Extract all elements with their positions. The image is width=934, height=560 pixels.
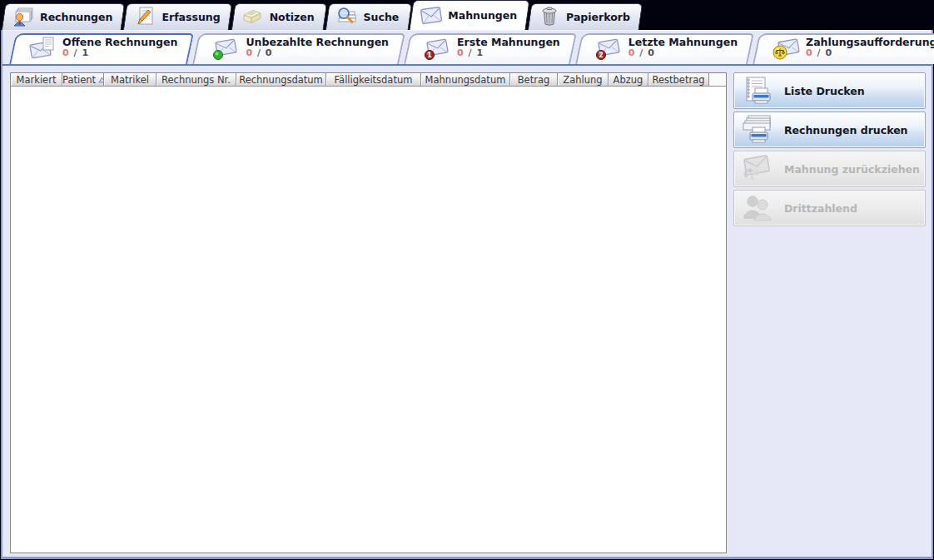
svg-text:2: 2 <box>599 52 604 59</box>
column-header-patient[interactable]: Patient <box>62 73 104 87</box>
column-header-betrag[interactable]: Betrag <box>510 73 558 87</box>
subtab-counts: 0 / 0 <box>806 48 934 59</box>
notes-icon <box>241 6 264 27</box>
count-selected: 0 <box>628 47 636 58</box>
action-label: Drittzahlend <box>784 202 857 215</box>
app-window: Rechnungen Erfassung <box>0 0 934 560</box>
column-header-filler <box>709 73 726 87</box>
mahnungen-sub-tab-bar: Offene Rechnungen 0 / 1 <box>2 30 932 64</box>
main-panel: Offene Rechnungen 0 / 1 <box>1 30 933 559</box>
tab-erfassung[interactable]: Erfassung <box>125 3 231 30</box>
count-total: 0 <box>648 47 655 58</box>
open-invoice-envelope-icon <box>29 36 56 61</box>
tab-label: Erfassung <box>161 11 220 23</box>
count-separator: / <box>74 47 78 58</box>
tab-label: Rechnungen <box>40 11 112 23</box>
tab-label: Suche <box>364 11 400 23</box>
tab-notizen[interactable]: Notizen <box>233 3 325 30</box>
subtab-label: Unbezahlte Rechnungen <box>246 37 389 48</box>
subtab-counts: 0 / 1 <box>62 48 177 59</box>
subtab-zahlungsaufforderungen[interactable]: Zahlungsaufforderungen 0 / 0 <box>756 33 934 64</box>
tab-rechnungen[interactable]: Rechnungen <box>3 3 123 30</box>
main-tab-bar: Rechnungen Erfassung <box>0 0 934 30</box>
tab-label: Papierkorb <box>566 11 630 23</box>
count-selected: 0 <box>246 47 253 58</box>
table-header-row: Markiert Patient Matrikel Rechnungs Nr. … <box>11 73 726 87</box>
count-separator: / <box>469 47 473 58</box>
count-total: 0 <box>825 47 832 58</box>
subtab-unbezahlte-rechnungen[interactable]: Unbezahlte Rechnungen 0 / 0 <box>196 33 402 64</box>
rechnungen-drucken-button[interactable]: Rechnungen drucken <box>733 112 926 148</box>
last-reminder-envelope-icon: 2 <box>595 36 622 61</box>
subtab-counts: 0 / 0 <box>246 48 389 59</box>
print-invoices-icon <box>739 114 778 146</box>
drittzahlend-button: Drittzahlend <box>733 190 926 226</box>
tab-suche[interactable]: Suche <box>327 3 410 30</box>
offene-rechnungen-panel: Markiert Patient Matrikel Rechnungs Nr. … <box>2 64 932 557</box>
action-label: Rechnungen drucken <box>784 124 908 136</box>
subtab-counts: 0 / 0 <box>628 48 738 59</box>
pencil-document-icon <box>133 6 156 27</box>
action-label: Liste Drucken <box>784 85 865 97</box>
svg-text:1: 1 <box>427 52 432 59</box>
column-header-matrikel[interactable]: Matrikel <box>104 73 156 87</box>
subtab-label: Zahlungsaufforderungen <box>806 37 934 48</box>
count-total: 1 <box>82 47 89 58</box>
column-header-rechnungsdatum[interactable]: Rechnungsdatum <box>236 73 326 87</box>
column-header-restbetrag[interactable]: Restbetrag <box>648 73 709 87</box>
subtab-counts: 0 / 1 <box>457 48 560 59</box>
search-stack-icon <box>335 6 358 27</box>
action-label: Mahnung zurückziehen <box>784 163 920 176</box>
column-header-rechnungs-nr[interactable]: Rechnungs Nr. <box>156 73 236 87</box>
count-separator: / <box>639 47 643 58</box>
subtab-label: Erste Mahnungen <box>457 37 560 48</box>
first-reminder-envelope-icon: 1 <box>424 36 450 61</box>
sort-ascending-icon <box>98 77 103 83</box>
third-party-payer-icon <box>739 192 778 224</box>
column-header-mahnungsdatum[interactable]: Mahnungsdatum <box>421 73 510 87</box>
column-header-abzug[interactable]: Abzug <box>609 73 648 87</box>
tab-papierkorb[interactable]: Papierkorb <box>529 3 641 30</box>
tab-label: Notizen <box>270 11 315 23</box>
subtab-erste-mahnungen[interactable]: 1 Erste Mahnungen 0 / 1 <box>407 33 574 64</box>
column-header-zahlung[interactable]: Zahlung <box>558 73 609 87</box>
count-selected: 0 <box>806 47 813 58</box>
invoices-table: Markiert Patient Matrikel Rechnungs Nr. … <box>10 72 727 553</box>
count-total: 1 <box>476 47 484 58</box>
subtab-offene-rechnungen[interactable]: Offene Rechnungen 0 / 1 <box>12 33 191 64</box>
withdraw-reminder-icon <box>739 153 778 185</box>
subtab-label: Offene Rechnungen <box>62 37 177 48</box>
invoices-person-icon <box>12 6 34 27</box>
print-list-icon <box>739 75 778 107</box>
count-total: 0 <box>266 47 273 58</box>
table-body-empty <box>11 87 726 553</box>
unpaid-envelope-icon <box>212 36 239 61</box>
liste-drucken-button[interactable]: Liste Drucken <box>733 72 926 109</box>
tab-label: Mahnungen <box>448 9 517 22</box>
mahnung-zurueckziehen-button: Mahnung zurückziehen <box>733 151 926 187</box>
column-header-faelligkeitsdatum[interactable]: Fälligkeitsdatum <box>326 73 421 87</box>
count-separator: / <box>817 47 822 58</box>
action-panel: Liste Drucken <box>727 72 927 553</box>
count-separator: / <box>257 47 261 58</box>
count-selected: 0 <box>62 47 70 58</box>
payment-request-envelope-icon <box>773 36 799 61</box>
column-header-markiert[interactable]: Markiert <box>11 73 62 87</box>
subtab-label: Letzte Mahnungen <box>628 37 738 48</box>
trash-icon <box>538 6 560 27</box>
subtab-letzte-mahnungen[interactable]: 2 Letzte Mahnungen 0 / 0 <box>579 33 751 64</box>
tab-mahnungen[interactable]: Mahnungen <box>411 0 528 30</box>
envelope-icon <box>420 4 442 26</box>
count-selected: 0 <box>457 47 465 58</box>
